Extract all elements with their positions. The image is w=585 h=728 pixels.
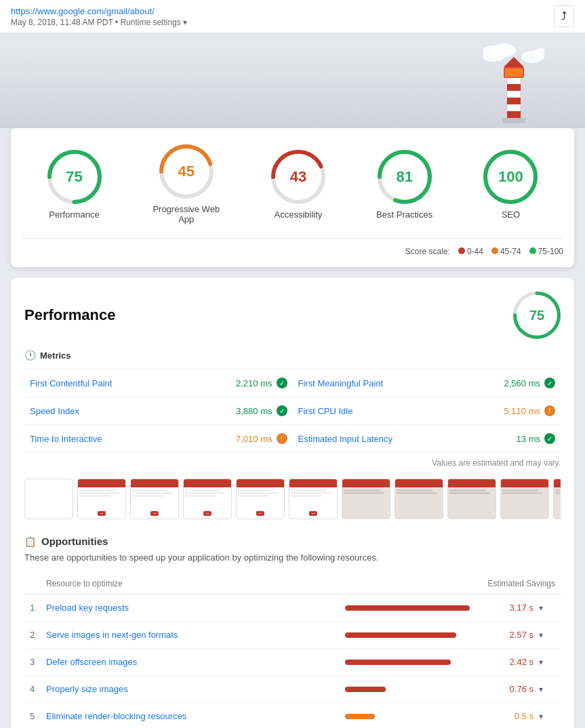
opp-bar — [345, 632, 456, 638]
score-item-accessibility[interactable]: 43 Accessibility — [271, 150, 325, 220]
score-circle-performance: 75 — [47, 150, 102, 204]
opportunities-desc: These are opportunities to speed up your… — [24, 552, 561, 563]
opportunity-row: 2 Serve images in next-gen formats 2.57 … — [24, 622, 561, 649]
opportunity-row: 5 Eliminate render-blocking resources 0.… — [24, 703, 561, 728]
filmstrip-frame — [553, 479, 561, 519]
opp-bar-container — [345, 714, 481, 719]
metric-value: 2,210 ms ✓ — [236, 378, 287, 388]
score-item-pwa[interactable]: 45 Progressive Web App — [153, 144, 220, 224]
svg-rect-11 — [502, 118, 525, 123]
opportunities-list: 1 Preload key requests 3.17 s ▾ 2 Serve … — [24, 594, 561, 728]
score-circle-accessibility: 43 — [271, 150, 325, 204]
status-dot: ! — [277, 433, 287, 444]
metric-name[interactable]: Speed Index — [30, 406, 79, 416]
perf-score-value: 75 — [529, 308, 544, 323]
opp-savings: 2.57 s — [486, 630, 533, 640]
scale-green: 75-100 — [529, 247, 563, 256]
status-dot: ✓ — [277, 405, 287, 416]
section-header: Performance 75 — [24, 291, 561, 339]
score-label-best-practices: Best Practices — [376, 209, 432, 220]
opp-name[interactable]: Preload key requests — [46, 603, 340, 613]
main-content: Performance 75 🕐 Metrics First Contentfu… — [11, 278, 574, 728]
score-circle-seo: 100 — [483, 150, 538, 204]
top-bar: https://www.google.com/gmail/about/ May … — [0, 0, 585, 33]
score-item-best-practices[interactable]: 81 Best Practices — [376, 150, 432, 220]
opportunity-row: 1 Preload key requests 3.17 s ▾ — [24, 594, 561, 622]
opp-bar-container — [345, 605, 481, 611]
opp-name[interactable]: Eliminate render-blocking resources — [46, 711, 340, 721]
metric-row: Speed Index 3,880 ms ✓ — [24, 397, 293, 425]
metric-value: 13 ms ✓ — [517, 433, 555, 444]
filmstrip-frame: ••• — [130, 479, 179, 519]
estimated-note: Values are estimated and may vary. — [24, 458, 561, 468]
metrics-grid: First Contentful Paint 2,210 ms ✓ First … — [24, 369, 561, 453]
opp-savings: 3.17 s — [486, 603, 533, 613]
filmstrip-frame — [342, 479, 390, 519]
metric-value: 7,010 ms ! — [236, 433, 287, 444]
svg-marker-10 — [504, 57, 524, 67]
svg-rect-7 — [507, 111, 521, 118]
share-button[interactable]: ⤴ — [554, 5, 574, 27]
opportunities-icon: 📋 — [24, 536, 36, 547]
opp-name[interactable]: Properly size images — [46, 684, 340, 694]
score-circle-pwa: 45 — [159, 144, 214, 199]
chevron-down-icon[interactable]: ▾ — [539, 603, 555, 613]
score-label-pwa: Progressive Web App — [153, 204, 220, 224]
opp-name[interactable]: Defer offscreen images — [46, 657, 340, 667]
opp-bar-container — [345, 660, 481, 665]
metrics-heading: Metrics — [40, 350, 71, 361]
scale-red: 0-44 — [458, 247, 483, 256]
metric-name[interactable]: Time to Interactive — [30, 434, 102, 444]
svg-point-1 — [491, 43, 516, 57]
score-item-seo[interactable]: 100 SEO — [483, 150, 538, 220]
metric-name[interactable]: First Meaningful Paint — [298, 378, 384, 388]
subtitle: May 8, 2018, 11:48 AM PDT • Runtime sett… — [11, 18, 187, 27]
metric-row: First Contentful Paint 2,210 ms ✓ — [24, 369, 293, 397]
filmstrip-frame — [447, 479, 496, 519]
opportunities-table-header: Resource to optimize Estimated Savings — [24, 573, 561, 594]
chevron-down-icon[interactable]: ▾ — [539, 658, 555, 667]
metric-row: First Meaningful Paint 2,560 ms ✓ — [293, 369, 561, 397]
hero-background — [0, 33, 585, 128]
url-link[interactable]: https://www.google.com/gmail/about/ — [11, 6, 155, 16]
score-number-performance: 75 — [66, 168, 82, 186]
opp-number: 4 — [30, 684, 41, 694]
metric-name[interactable]: First Contentful Paint — [30, 378, 112, 388]
opp-bar-container — [345, 687, 481, 692]
filmstrip-frame: ••• — [183, 479, 232, 519]
performance-score-circle: 75 — [513, 291, 561, 339]
svg-rect-5 — [507, 84, 521, 91]
scores-row: 75 Performance 45 Progressive Web App 43… — [22, 144, 563, 238]
chevron-down-icon[interactable]: ▾ — [539, 685, 555, 694]
status-dot: ✓ — [277, 378, 287, 388]
opp-savings: 2.42 s — [486, 657, 533, 667]
metric-row: First CPU Idle 5,110 ms ! — [293, 397, 561, 425]
chevron-down-icon[interactable]: ▾ — [539, 712, 555, 721]
metric-value: 5,110 ms ! — [504, 405, 555, 416]
score-scale-label: Score scale: — [405, 247, 450, 256]
metric-row: Estimated Input Latency 13 ms ✓ — [293, 425, 561, 453]
score-label-accessibility: Accessibility — [275, 209, 323, 220]
chevron-down-icon[interactable]: ▾ — [539, 630, 555, 640]
metric-name[interactable]: Estimated Input Latency — [298, 434, 392, 444]
opportunity-row: 3 Defer offscreen images 2.42 s ▾ — [24, 649, 561, 676]
score-number-best-practices: 81 — [396, 168, 412, 186]
svg-rect-6 — [507, 98, 521, 104]
filmstrip-frame — [395, 479, 443, 519]
opp-bar — [345, 605, 470, 611]
filmstrip-frame — [500, 479, 549, 519]
lighthouse-illustration — [483, 40, 544, 128]
metric-name[interactable]: First CPU Idle — [298, 406, 353, 416]
opp-number: 3 — [30, 657, 41, 667]
status-dot: ✓ — [544, 378, 555, 388]
col-savings-label: Estimated Savings — [338, 579, 555, 588]
opp-bar — [345, 687, 386, 692]
opp-name[interactable]: Serve images in next-gen formats — [46, 630, 340, 640]
metric-value: 3,880 ms ✓ — [236, 405, 287, 416]
opportunities-heading: Opportunities — [41, 535, 108, 547]
metric-value: 2,560 ms ✓ — [504, 378, 555, 388]
filmstrip-frame: ••• — [289, 479, 338, 519]
score-item-performance[interactable]: 75 Performance — [47, 150, 102, 220]
metric-row: Time to Interactive 7,010 ms ! — [24, 425, 293, 453]
opp-number: 5 — [30, 711, 41, 721]
